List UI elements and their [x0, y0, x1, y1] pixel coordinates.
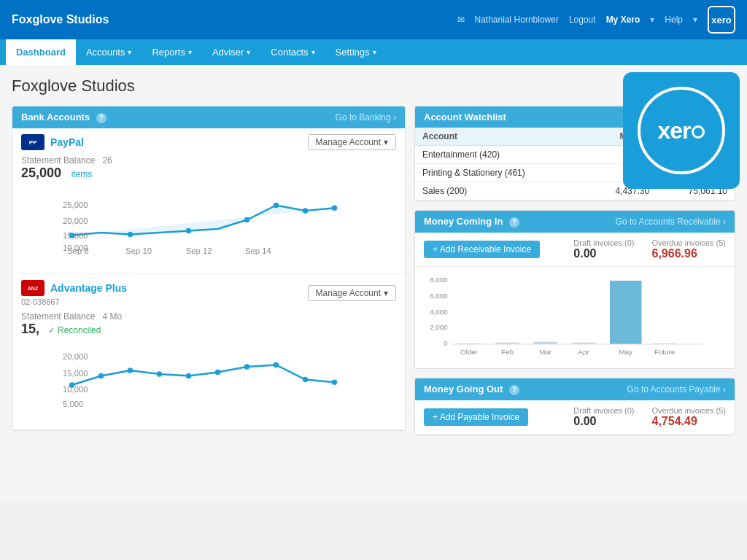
- draft-value: 0.00: [573, 247, 634, 260]
- svg-point-20: [215, 370, 221, 376]
- paypal-manage-button[interactable]: Manage Account ▾: [308, 134, 396, 150]
- payable-stats: Draft invoices (0) 0.00 Overdue invoices…: [573, 406, 726, 428]
- nav-accounts[interactable]: Accounts ▾: [76, 39, 142, 65]
- advantage-account-card: ANZ Advantage Plus 02-038667 Manage Acco…: [12, 274, 405, 430]
- svg-point-19: [186, 373, 192, 379]
- money-going-out-panel: Money Going Out ? Go to Accounts Payable…: [414, 378, 735, 435]
- adviser-caret: ▾: [247, 48, 250, 56]
- accounts-caret: ▾: [128, 48, 131, 56]
- logout-link[interactable]: Logout: [569, 15, 596, 25]
- payable-draft-label: Draft invoices (0): [573, 406, 634, 415]
- svg-text:Sep 14: Sep 14: [245, 246, 271, 255]
- svg-point-5: [303, 208, 309, 214]
- go-receivable-link[interactable]: Go to Accounts Receivable ›: [616, 217, 726, 227]
- payable-overdue-stat: Overdue invoices (5) 4,754.49: [652, 406, 727, 428]
- svg-text:8,000: 8,000: [430, 276, 448, 284]
- money-coming-in-panel: Money Coming In ? Go to Accounts Receiva…: [414, 210, 735, 369]
- manage-caret2: ▾: [384, 288, 388, 298]
- caret-icon: ▾: [650, 15, 654, 25]
- paypal-logo: PP: [21, 134, 44, 150]
- svg-text:4,000: 4,000: [430, 308, 448, 316]
- draft-label: Draft invoices (0): [573, 238, 634, 247]
- svg-text:5,000: 5,000: [63, 400, 83, 408]
- svg-point-2: [186, 228, 192, 234]
- xero-overlay-logo: xer: [623, 72, 740, 189]
- go-payable-link[interactable]: Go to Accounts Payable ›: [627, 384, 726, 394]
- paypal-chart: Sep 8 Sep 10 Sep 12 Sep 14 25,000 20,000…: [21, 181, 396, 268]
- svg-text:Future: Future: [654, 348, 676, 356]
- top-bar: Foxglove Studios ✉ Nathanial Hornblower …: [0, 0, 747, 39]
- svg-point-18: [157, 371, 163, 377]
- nav-dashboard[interactable]: Dashboard: [6, 39, 76, 65]
- account-name: Printing & Stationery (461): [415, 164, 586, 182]
- svg-rect-38: [610, 281, 642, 344]
- settings-caret: ▾: [373, 48, 376, 56]
- paypal-name: PayPal: [50, 136, 84, 148]
- svg-text:15,000: 15,000: [63, 231, 88, 240]
- svg-point-1: [128, 232, 133, 238]
- contacts-caret: ▾: [311, 48, 315, 56]
- nav-bar: Dashboard Accounts ▾ Reports ▾ Adviser ▾…: [0, 39, 747, 65]
- svg-text:Sep 12: Sep 12: [186, 246, 212, 255]
- bank-info-icon[interactable]: ?: [96, 113, 107, 123]
- svg-text:6,000: 6,000: [430, 292, 448, 300]
- items-link[interactable]: items: [71, 169, 93, 179]
- svg-text:15,000: 15,000: [63, 369, 88, 378]
- xero-logo: xero: [708, 6, 735, 34]
- advantage-manage-button[interactable]: Manage Account ▾: [308, 285, 396, 301]
- svg-text:Feb: Feb: [501, 348, 514, 356]
- company-name: Foxglove Studios: [12, 13, 109, 26]
- bank-accounts-title: Bank Accounts ?: [21, 112, 107, 123]
- svg-text:2,000: 2,000: [430, 323, 448, 331]
- overdue-stat: Overdue invoices (5) 6,966.96: [652, 238, 727, 260]
- add-receivable-btn[interactable]: + Add Receivable Invoice: [424, 241, 540, 258]
- advantage-logo: ANZ: [21, 280, 44, 296]
- svg-point-21: [244, 364, 250, 370]
- advantage-balance: Statement Balance 4 Mo 15, ✓ Reconciled: [21, 311, 396, 337]
- email-icon: ✉: [457, 15, 465, 25]
- bank-accounts-header: Bank Accounts ? Go to Banking ›: [12, 106, 405, 128]
- svg-text:Sep 10: Sep 10: [125, 246, 152, 255]
- reconciled-status: ✓ Reconciled: [48, 325, 101, 335]
- nav-settings[interactable]: Settings ▾: [325, 39, 387, 65]
- add-payable-btn[interactable]: + Add Payable Invoice: [424, 408, 528, 426]
- nav-reports[interactable]: Reports ▾: [142, 39, 202, 65]
- account-name: Entertainment (420): [415, 146, 586, 164]
- page: Foxglove Studios xer Bank Accounts ? Go …: [0, 65, 747, 502]
- help-caret: ▾: [693, 15, 697, 25]
- money-in-chart: 8,000 6,000 4,000 2,000 0: [415, 267, 735, 368]
- svg-text:Older: Older: [460, 348, 479, 356]
- overdue-value: 6,966.96: [652, 247, 727, 260]
- svg-point-22: [274, 362, 279, 368]
- nav-contacts[interactable]: Contacts ▾: [260, 39, 325, 65]
- help-link[interactable]: Help: [665, 15, 683, 25]
- svg-text:25,000: 25,000: [63, 201, 88, 209]
- invoice-stats: Draft invoices (0) 0.00 Overdue invoices…: [573, 238, 726, 260]
- svg-text:0: 0: [444, 339, 448, 347]
- payable-draft-value: 0.00: [573, 415, 634, 428]
- bank-accounts-panel: Bank Accounts ? Go to Banking › PP PayPa…: [12, 106, 406, 431]
- overdue-label: Overdue invoices (5): [652, 238, 727, 247]
- money-in-info[interactable]: ?: [509, 217, 519, 228]
- money-out-actions: + Add Payable Invoice Draft invoices (0)…: [415, 400, 735, 435]
- go-banking-link[interactable]: Go to Banking ›: [336, 112, 396, 122]
- paypal-header: PP PayPal Manage Account ▾: [21, 134, 396, 150]
- svg-point-16: [98, 373, 104, 379]
- manage-caret: ▾: [384, 137, 388, 147]
- money-out-info[interactable]: ?: [509, 385, 519, 395]
- reports-caret: ▾: [188, 48, 192, 56]
- svg-point-4: [274, 203, 279, 209]
- payable-overdue-value: 4,754.49: [652, 415, 727, 428]
- account-name: Sales (200): [415, 182, 586, 201]
- money-in-bar-chart: 8,000 6,000 4,000 2,000 0: [424, 273, 726, 360]
- money-out-title: Money Going Out ?: [424, 384, 519, 395]
- svg-point-17: [128, 368, 133, 373]
- col-account: Account: [415, 128, 586, 146]
- advantage-account-number: 02-038667: [21, 298, 127, 306]
- draft-stat: Draft invoices (0) 0.00: [573, 238, 634, 260]
- advantage-name: Advantage Plus: [50, 282, 127, 294]
- nav-adviser[interactable]: Adviser ▾: [202, 39, 260, 65]
- svg-text:10,000: 10,000: [63, 385, 88, 394]
- my-xero-link[interactable]: My Xero: [606, 15, 640, 25]
- money-out-header: Money Going Out ? Go to Accounts Payable…: [415, 378, 735, 400]
